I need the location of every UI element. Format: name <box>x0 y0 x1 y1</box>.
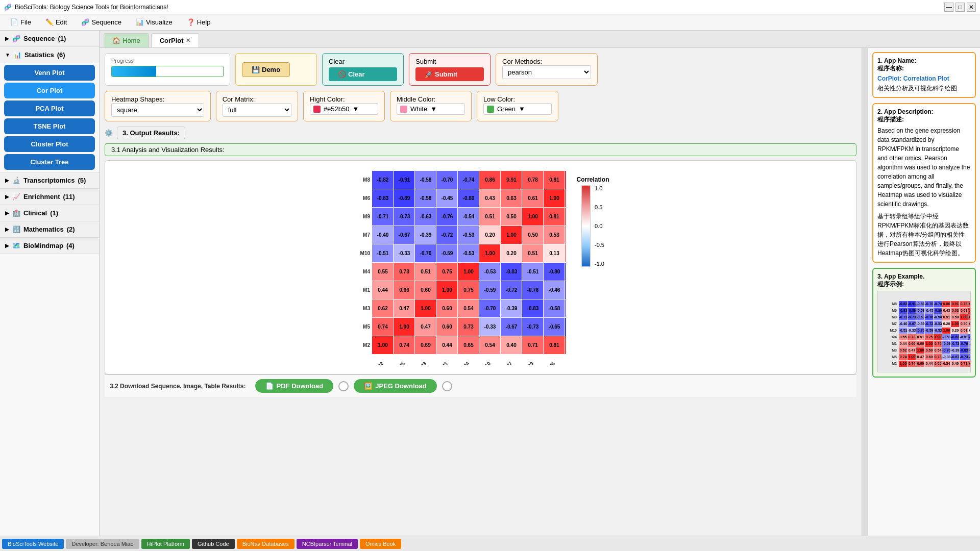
sidebar-item-tsne-plot[interactable]: TSNE Plot <box>4 118 95 134</box>
analysis-label: 3.1 Analysis and Visualization Results: <box>111 146 225 154</box>
submit-btn-label: Submit <box>435 70 457 78</box>
center-panel: Progress 💾 Demo Clear <box>100 48 862 536</box>
hight-color-label: Hight Color: <box>310 95 345 103</box>
right-panel: 1. App Name: 程序名称: CorPlot: Correlation … <box>868 48 980 536</box>
sidebar-section-statistics-header[interactable]: ▼ 📊 Statistics (6) <box>0 47 99 63</box>
app-desc-box: 2. App Description: 程序描述: Based on the g… <box>872 103 976 263</box>
link-ncbiparser[interactable]: NCBIparser Teminal <box>297 539 358 549</box>
middle-color-select[interactable]: White ▼ <box>397 103 465 115</box>
bottom-bar: BioSciTools Website Developer: Benbea Mi… <box>0 536 980 551</box>
middle-color-label: Middle Color: <box>397 95 436 103</box>
menu-help[interactable]: ❓ Help <box>181 16 217 28</box>
chevron-right-icon: ▶ <box>5 36 9 41</box>
legend-labels: 1.0 0.5 0.0 -0.5 -1.0 <box>595 185 604 267</box>
low-color-select[interactable]: Green ▼ <box>483 103 552 115</box>
sidebar-enrichment-header[interactable]: ▶ 📈 Enrichment (11) <box>0 189 99 205</box>
controls-row-2: Heatmap Shapes: square circle ellipse Co… <box>105 91 856 121</box>
sidebar-section-biomindmap: ▶ 🗺️ BioMindmap (4) <box>0 238 99 254</box>
sidebar-item-pca-plot[interactable]: PCA Plot <box>4 101 95 116</box>
link-omicsbook[interactable]: Omics Book <box>360 539 401 549</box>
heatmap-canvas <box>352 166 566 365</box>
title-bar-left: 🧬 BioSciTools: Biology Science Tools for… <box>4 4 168 11</box>
clear-button[interactable]: 🚫 Clear <box>329 67 397 81</box>
sidebar-statistics-icon: 📊 <box>13 51 21 59</box>
legend-mid-low: -0.5 <box>595 242 604 248</box>
cor-matrix-select[interactable]: full upper lower <box>223 103 291 117</box>
pdf-toggle-circle[interactable] <box>338 381 349 391</box>
legend-min: -1.0 <box>595 261 604 267</box>
cor-methods-box: Cor Methods: pearson spearman kendall <box>496 53 598 86</box>
pdf-download-button[interactable]: 📄 PDF Download <box>255 379 334 393</box>
cor-methods-select[interactable]: pearson spearman kendall <box>502 65 591 79</box>
sidebar-item-cor-plot[interactable]: Cor Plot <box>4 83 95 98</box>
pdf-btn-label: PDF Download <box>277 382 324 390</box>
sidebar-item-cluster-plot[interactable]: Cluster Plot <box>4 136 95 152</box>
main-panel: Progress 💾 Demo Clear <box>100 48 980 536</box>
scrollbar-vertical[interactable] <box>862 48 868 536</box>
sidebar-mathematics-icon: 🔢 <box>12 226 20 233</box>
jpeg-toggle-circle[interactable] <box>442 381 452 391</box>
menu-file[interactable]: 📄 File <box>4 16 37 28</box>
output-icon: ⚙️ <box>105 129 113 137</box>
close-button[interactable]: ✕ <box>967 3 976 12</box>
link-bioscitools[interactable]: BioSciTools Website <box>2 539 64 549</box>
sidebar-mathematics-header[interactable]: ▶ 🔢 Mathematics (2) <box>0 221 99 237</box>
hight-color-dot <box>313 106 321 113</box>
app-example-box: 3. App Example. 程序示例: <box>872 268 976 378</box>
sidebar-item-venn-plot[interactable]: Venn Plot <box>4 65 95 81</box>
tab-home[interactable]: 🏠 Home <box>104 33 149 47</box>
main-layout: ▶ 🧬 Sequence (1) ▼ 📊 Statistics (6) Venn… <box>0 31 980 536</box>
low-color-box: Low Color: Green ▼ <box>477 91 558 121</box>
output-badge: 3. Output Results: <box>117 127 185 139</box>
tab-corplot-label: CorPlot <box>160 37 184 44</box>
submit-button[interactable]: 🚀 Submit <box>415 67 484 81</box>
sidebar-transcriptomics-count: (5) <box>78 177 86 184</box>
sidebar-section-sequence-header[interactable]: ▶ 🧬 Sequence (1) <box>0 31 99 46</box>
link-hiplot[interactable]: HiPlot Platform <box>141 539 190 549</box>
menu-edit[interactable]: ✏️ Edit <box>39 16 73 28</box>
progress-bar-outer <box>111 66 224 77</box>
tab-close-icon[interactable]: ✕ <box>186 37 190 44</box>
demo-box: 💾 Demo <box>235 53 317 86</box>
sidebar-mathematics-count: (2) <box>67 226 75 233</box>
minimize-button[interactable]: — <box>944 3 953 12</box>
submit-box: Submit 🚀 Submit <box>409 53 491 86</box>
sidebar-mathematics-label: Mathematics <box>23 226 64 233</box>
tab-corplot[interactable]: CorPlot ✕ <box>151 33 199 47</box>
app-example-title: 3. App Example. 程序示例: <box>877 273 971 289</box>
heatmap-shapes-select[interactable]: square circle ellipse <box>111 103 204 117</box>
clear-btn-label: Clear <box>348 70 365 78</box>
sidebar-statistics-items: Venn Plot Cor Plot PCA Plot TSNE Plot Cl… <box>0 65 99 170</box>
sidebar-transcriptomics-header[interactable]: ▶ 🔬 Transcriptomics (5) <box>0 172 99 188</box>
sidebar-section-mathematics: ▶ 🔢 Mathematics (2) <box>0 221 99 238</box>
content-area: 🏠 Home CorPlot ✕ Progress <box>100 31 980 536</box>
legend-mid-high: 0.5 <box>595 204 604 210</box>
mini-heatmap-canvas <box>878 296 970 367</box>
link-github[interactable]: Github Code <box>192 539 235 549</box>
hight-color-select[interactable]: #e52b50 ▼ <box>310 103 378 115</box>
pdf-icon: 📄 <box>265 382 274 390</box>
jpeg-icon: 🖼️ <box>364 382 372 390</box>
jpeg-download-button[interactable]: 🖼️ JPEG Download <box>354 379 436 393</box>
menu-visualize[interactable]: 📊 Visualize <box>130 16 179 28</box>
maximize-button[interactable]: □ <box>955 3 965 12</box>
clear-icon: 🚫 <box>338 70 346 78</box>
sidebar-section-clinical: ▶ 🏥 Clinical (1) <box>0 205 99 221</box>
sidebar-item-cluster-tree[interactable]: Cluster Tree <box>4 154 95 170</box>
middle-color-chevron: ▼ <box>430 105 437 113</box>
middle-color-value: White <box>410 105 427 113</box>
sidebar-clinical-label: Clinical <box>23 209 47 217</box>
link-developer[interactable]: Developer: Benbea Miao <box>66 539 139 549</box>
chevron-right-icon3: ▶ <box>5 194 9 199</box>
sidebar-biomindmap-header[interactable]: ▶ 🗺️ BioMindmap (4) <box>0 238 99 254</box>
sidebar-enrichment-label: Enrichment <box>23 193 60 201</box>
heatmap-shapes-label: Heatmap Shapes: <box>111 95 164 103</box>
legend-row: 1.0 0.5 0.0 -0.5 -1.0 <box>581 185 604 267</box>
clear-box: Clear 🚫 Clear <box>322 53 404 86</box>
demo-button[interactable]: 💾 Demo <box>242 62 290 77</box>
sidebar-clinical-header[interactable]: ▶ 🏥 Clinical (1) <box>0 205 99 221</box>
sidebar-clinical-count: (1) <box>50 209 58 217</box>
link-bionav[interactable]: BioNav Databases <box>237 539 295 549</box>
sidebar-biomindmap-label: BioMindmap <box>23 242 63 249</box>
menu-sequence[interactable]: 🧬 Sequence <box>75 16 128 28</box>
